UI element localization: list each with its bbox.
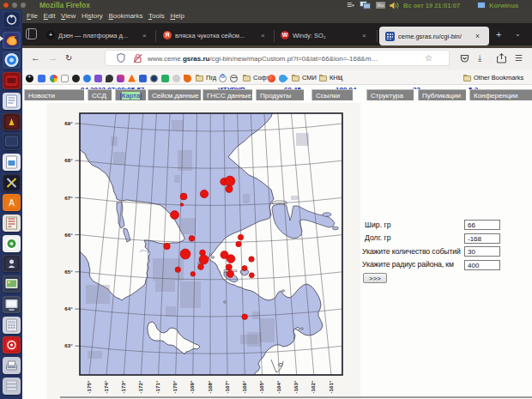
svg-text:-168°: -168° [207, 380, 213, 393]
svg-text:65°: 65° [64, 269, 73, 275]
svg-text:63°: 63° [64, 342, 73, 348]
svg-text:-173°: -173° [120, 380, 126, 393]
svg-text:A: A [9, 198, 15, 208]
svg-text:-161°: -161° [328, 380, 334, 393]
svg-text:-166°: -166° [241, 380, 247, 393]
svg-text:66°: 66° [64, 232, 73, 238]
svg-text:-174°: -174° [103, 380, 109, 393]
svg-text:-170°: -170° [172, 380, 178, 393]
svg-text:-162°: -162° [310, 380, 316, 393]
svg-text:-165°: -165° [258, 380, 264, 393]
svg-text:-169°: -169° [189, 380, 195, 393]
svg-text:-163°: -163° [293, 380, 299, 393]
svg-text:-171°: -171° [154, 380, 160, 393]
svg-text:-164°: -164° [275, 380, 281, 393]
svg-text:-167°: -167° [224, 380, 230, 393]
svg-text:-175°: -175° [86, 380, 92, 393]
svg-text:67°: 67° [64, 195, 73, 201]
svg-text:-172°: -172° [137, 380, 143, 393]
svg-text:68°: 68° [64, 157, 73, 163]
svg-text:64°: 64° [64, 305, 73, 311]
svg-text:69°: 69° [64, 120, 73, 126]
